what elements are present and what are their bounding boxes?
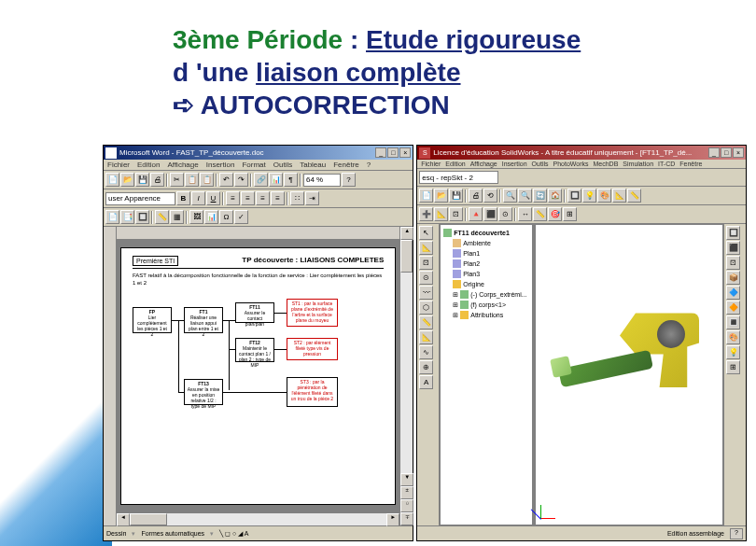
underline-icon[interactable]: U xyxy=(206,191,220,205)
scroll-right-icon[interactable]: ► xyxy=(386,513,399,526)
tool-icon[interactable]: 🔺 xyxy=(469,207,483,221)
menu-item[interactable]: Outils xyxy=(532,161,549,167)
new-doc-icon[interactable]: 📄 xyxy=(105,173,119,187)
menu-item[interactable]: IT-CD xyxy=(658,161,675,167)
dim-icon[interactable]: 📏 xyxy=(419,315,433,329)
italic-icon[interactable]: I xyxy=(191,191,205,205)
tree-item[interactable]: Ambiente xyxy=(443,238,529,248)
print-icon[interactable]: 🖨 xyxy=(150,173,164,187)
measure-icon[interactable]: 📐 xyxy=(612,189,626,203)
tool-icon[interactable]: ➕ xyxy=(419,207,433,221)
tool-icon[interactable]: ✓ xyxy=(234,210,248,224)
style-combo[interactable]: user Apparence xyxy=(105,192,175,205)
menu-item[interactable]: Tableau xyxy=(300,161,326,169)
shaded-icon[interactable]: 🎨 xyxy=(597,189,611,203)
menu-item[interactable]: ? xyxy=(367,161,371,169)
cut-icon[interactable]: ✂ xyxy=(170,173,184,187)
link-icon[interactable]: 🔗 xyxy=(254,173,268,187)
open-icon[interactable]: 📂 xyxy=(434,189,448,203)
tool-icon[interactable]: 🖼 xyxy=(189,210,203,224)
menu-item[interactable]: PhotoWorks xyxy=(553,161,589,167)
horizontal-ruler[interactable] xyxy=(117,227,399,240)
tree-item[interactable]: Plan1 xyxy=(443,248,529,259)
home-view-icon[interactable]: 🏠 xyxy=(548,189,562,203)
menu-item[interactable]: Fenêtre xyxy=(333,161,359,169)
menu-item[interactable]: Fichier xyxy=(107,161,130,169)
view-icon[interactable]: 🔶 xyxy=(726,301,740,315)
close-button[interactable]: × xyxy=(399,147,411,158)
tool-icon[interactable]: 🎯 xyxy=(548,207,562,221)
align-left-icon[interactable]: ≡ xyxy=(226,191,240,205)
tool-icon[interactable]: Ω xyxy=(219,210,233,224)
align-center-icon[interactable]: ≡ xyxy=(241,191,255,205)
tree-root[interactable]: FT11 découverte1 xyxy=(443,228,529,238)
tool-icon[interactable]: 🔲 xyxy=(135,210,149,224)
view-icon[interactable]: ⊡ xyxy=(726,256,740,270)
scroll-down-icon[interactable]: ▼ xyxy=(400,473,413,486)
angle-icon[interactable]: 📐 xyxy=(419,330,433,344)
list-icon[interactable]: ∷ xyxy=(290,191,304,205)
justify-icon[interactable]: ≡ xyxy=(271,191,285,205)
save-icon[interactable]: 💾 xyxy=(135,173,149,187)
tool-icon[interactable]: 📏 xyxy=(533,207,547,221)
vertical-ruler[interactable] xyxy=(104,227,117,525)
word-titlebar[interactable]: W Microsoft Word - FAST_TP_découverte.do… xyxy=(104,146,413,160)
menu-item[interactable]: Outils xyxy=(273,161,292,169)
tool-icon[interactable]: 📐 xyxy=(434,207,448,221)
menu-item[interactable]: Affichage xyxy=(167,161,198,169)
menu-item[interactable]: Format xyxy=(242,161,265,169)
tree-item[interactable]: Origine xyxy=(443,279,529,289)
menu-item[interactable]: Insertion xyxy=(206,161,235,169)
view-icon[interactable]: ⬛ xyxy=(726,241,740,255)
indent-icon[interactable]: ⇥ xyxy=(305,191,319,205)
table-icon[interactable]: 📊 xyxy=(269,173,283,187)
menu-item[interactable]: Edition xyxy=(445,161,465,167)
orientation-triad[interactable] xyxy=(541,496,565,519)
arc-icon[interactable]: ∿ xyxy=(419,345,433,359)
3d-viewport[interactable] xyxy=(535,224,723,525)
next-page-icon[interactable]: ∓ xyxy=(400,512,413,525)
tool-icon[interactable]: ⊙ xyxy=(498,207,512,221)
lighting-icon[interactable]: 💡 xyxy=(582,189,596,203)
tree-item[interactable]: ⊞Attributions xyxy=(443,310,529,320)
maximize-button[interactable]: □ xyxy=(721,147,732,158)
save-icon[interactable]: 💾 xyxy=(449,189,463,203)
sw-status-icon[interactable]: ? xyxy=(730,528,743,539)
tool-icon[interactable]: 📏 xyxy=(155,210,169,224)
browse-icon[interactable]: ○ xyxy=(400,499,413,512)
status-design[interactable]: Dessin xyxy=(106,530,126,537)
prev-page-icon[interactable]: ± xyxy=(400,486,413,499)
menu-item[interactable]: Simulation xyxy=(623,161,653,167)
sw-titlebar[interactable]: S Licence d'éducation SolidWorks - A tit… xyxy=(417,146,746,160)
menu-item[interactable]: Fenêtre xyxy=(679,161,702,167)
rect-icon[interactable]: ⊡ xyxy=(419,256,433,270)
spline-icon[interactable]: 〰 xyxy=(419,286,433,300)
view-icon[interactable]: ⊞ xyxy=(726,360,740,374)
tree-item[interactable]: ⊞(-) Corps_extrémi... xyxy=(443,289,529,300)
view-icon[interactable]: 🔲 xyxy=(726,226,740,240)
dim-icon[interactable]: 📏 xyxy=(627,189,641,203)
scroll-up-icon[interactable]: ▲ xyxy=(400,227,413,240)
menu-item[interactable]: Affichage xyxy=(470,161,497,167)
view-icon[interactable]: 🔳 xyxy=(726,315,740,329)
point-icon[interactable]: ⊕ xyxy=(419,360,433,374)
redo-icon[interactable]: ↷ xyxy=(234,173,248,187)
tool-icon[interactable]: ⊡ xyxy=(449,207,463,221)
rebuild-icon[interactable]: ⟲ xyxy=(483,189,497,203)
menu-item[interactable]: Edition xyxy=(137,161,160,169)
undo-icon[interactable]: ↶ xyxy=(219,173,233,187)
view-icon[interactable]: 💡 xyxy=(726,345,740,359)
help-icon[interactable]: ? xyxy=(342,173,356,187)
sketch-icon[interactable]: 📐 xyxy=(419,241,433,255)
open-icon[interactable]: 📂 xyxy=(120,173,134,187)
status-forms[interactable]: Formes automatiques xyxy=(141,530,204,537)
menu-item[interactable]: Fichier xyxy=(421,161,441,167)
align-right-icon[interactable]: ≡ xyxy=(256,191,270,205)
text-icon[interactable]: A xyxy=(419,375,433,389)
tool-icon[interactable]: ▦ xyxy=(170,210,184,224)
view-icon[interactable]: 🔷 xyxy=(726,286,740,300)
circle-icon[interactable]: ⊙ xyxy=(419,271,433,285)
print-icon[interactable]: 🖨 xyxy=(469,189,483,203)
menu-item[interactable]: MechDB xyxy=(594,161,619,167)
zoom-combo[interactable]: 64 % xyxy=(303,174,341,187)
